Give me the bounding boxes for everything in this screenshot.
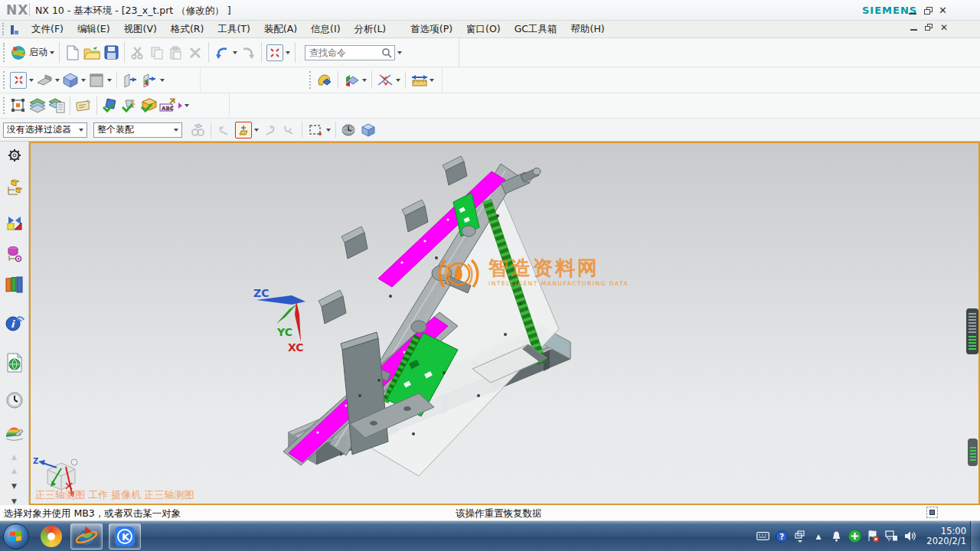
solid-cube-button[interactable] [360, 122, 377, 139]
datum-display-caret[interactable] [396, 79, 400, 82]
hd3d-tools-icon[interactable]: i [5, 313, 24, 333]
menu-window[interactable]: 窗口(O) [459, 21, 508, 38]
sidebar-caret2-icon[interactable]: ▼ [11, 497, 17, 505]
menu-gc-toolbox[interactable]: GC工具箱 [508, 21, 564, 38]
find-command-box[interactable] [305, 45, 395, 60]
snap-point-caret[interactable] [254, 129, 259, 132]
web-browser-icon[interactable] [5, 353, 24, 373]
text-tools-caret[interactable] [178, 103, 182, 109]
launch-icon[interactable] [10, 44, 27, 61]
annotation-note-button[interactable] [75, 97, 92, 114]
fit-view-caret[interactable] [29, 79, 34, 82]
notification-bell-icon[interactable] [830, 530, 843, 543]
sidebar-scroll-up-icon: ▲ [11, 453, 17, 461]
check-solid-button[interactable] [140, 97, 157, 114]
menu-file[interactable]: 文件(F) [24, 21, 70, 38]
text-edit-button[interactable]: ABC [159, 97, 176, 114]
menu-assemblies[interactable]: 装配(A) [257, 21, 304, 38]
new-file-button[interactable] [64, 44, 81, 61]
show-hide-caret[interactable] [362, 79, 367, 82]
menu-help[interactable]: 帮助(H) [564, 21, 612, 38]
nx-globe-icon [76, 526, 97, 547]
history-icon[interactable] [5, 391, 24, 410]
check-sketch-button[interactable] [121, 97, 138, 114]
window-fit-caret[interactable] [286, 51, 290, 54]
menu-tools[interactable]: 工具(T) [211, 21, 256, 38]
measure-caret[interactable] [430, 79, 434, 82]
launch-label[interactable]: 启动 [29, 46, 47, 59]
layer-settings-button[interactable] [29, 97, 46, 114]
taskbar-clock[interactable]: 15:00 2020/2/1 [926, 527, 966, 546]
show-hidden-icons-button[interactable]: ▲ [812, 530, 825, 543]
menu-information[interactable]: 信息(I) [304, 21, 347, 38]
render-style-button[interactable] [88, 72, 105, 89]
clip-section-button[interactable] [122, 72, 139, 89]
orient-view-caret[interactable] [55, 79, 60, 82]
watermark-logo-icon [435, 256, 482, 293]
roles-palette-icon[interactable] [5, 423, 24, 442]
marquee-select-caret[interactable] [326, 129, 331, 132]
measure-button[interactable] [410, 72, 427, 89]
part-navigator-icon[interactable] [5, 244, 24, 263]
assembly-navigator-icon[interactable] [5, 179, 24, 198]
reuse-library-icon[interactable] [5, 276, 24, 295]
fit-view-button[interactable] [10, 72, 27, 89]
mdi-minimize-button[interactable] [910, 24, 918, 31]
isometric-view-caret[interactable] [81, 79, 86, 82]
find-command-caret[interactable] [397, 51, 402, 54]
input-keyboard-icon[interactable] [756, 530, 769, 543]
edit-section-button[interactable] [141, 72, 158, 89]
menu-view[interactable]: 视图(V) [117, 21, 164, 38]
select-bounds-button[interactable] [10, 97, 27, 114]
work-context-button[interactable] [341, 122, 358, 139]
mdi-close-button[interactable]: ✕ [940, 24, 948, 31]
minimize-button[interactable] [908, 7, 919, 15]
menu-preferences[interactable]: 首选项(P) [403, 21, 459, 38]
show-hide-button[interactable] [343, 72, 360, 89]
k-app-taskbar-button[interactable]: K [109, 523, 141, 549]
selection-filter-dropdown[interactable]: 没有选择过滤器 [3, 122, 87, 138]
sidebar-caret-icon[interactable]: ▼ [11, 482, 17, 490]
undo-button[interactable] [214, 44, 230, 61]
launch-caret[interactable] [50, 51, 54, 54]
nx-taskbar-button[interactable] [70, 523, 103, 549]
menu-analysis[interactable]: 分析(L) [348, 21, 394, 38]
window-switcher-tray-icon[interactable] [793, 530, 806, 543]
svg-text:ABC: ABC [162, 106, 174, 112]
svg-text:K: K [122, 531, 130, 543]
menu-format[interactable]: 格式(R) [164, 21, 211, 38]
mdi-restore-button[interactable] [925, 24, 933, 31]
isometric-view-button[interactable] [62, 72, 79, 89]
menu-edit[interactable]: 编辑(E) [70, 21, 117, 38]
snap-point-button[interactable] [235, 122, 252, 139]
close-button[interactable]: ✕ [939, 7, 949, 15]
section-caret[interactable] [160, 79, 165, 82]
constraint-navigator-icon[interactable] [5, 213, 24, 232]
roles-gear-icon[interactable] [5, 146, 24, 165]
datum-display-button[interactable] [377, 72, 394, 89]
find-command-input[interactable] [308, 47, 381, 59]
open-folder-button[interactable] [83, 44, 100, 61]
orient-view-button[interactable] [36, 72, 53, 89]
status-tray-icon[interactable] [926, 507, 938, 518]
true-shading-button[interactable] [316, 72, 333, 89]
layer-category-button[interactable] [48, 97, 65, 114]
selection-scope-dropdown[interactable]: 整个装配 [93, 122, 182, 138]
window-fit-button[interactable] [266, 44, 283, 61]
save-button[interactable] [103, 44, 119, 61]
render-style-caret[interactable] [107, 79, 112, 82]
restore-button[interactable] [923, 7, 934, 15]
graphics-viewport[interactable]: ZC YC XC Z [29, 142, 980, 505]
undo-caret[interactable] [233, 51, 237, 54]
help-tray-icon[interactable]: ? [775, 530, 788, 543]
action-center-flag-icon[interactable] [867, 530, 880, 543]
volume-tray-icon[interactable] [903, 530, 916, 543]
safe-shield-tray-icon[interactable] [848, 530, 861, 543]
row3-caret[interactable] [185, 104, 189, 107]
show-desktop-button[interactable] [970, 521, 980, 551]
marquee-select-button[interactable] [307, 122, 324, 139]
browser-taskbar-icon[interactable] [38, 524, 64, 549]
start-button[interactable] [3, 523, 29, 549]
examine-geometry-button[interactable] [102, 97, 119, 114]
network-tray-icon[interactable] [885, 530, 898, 543]
